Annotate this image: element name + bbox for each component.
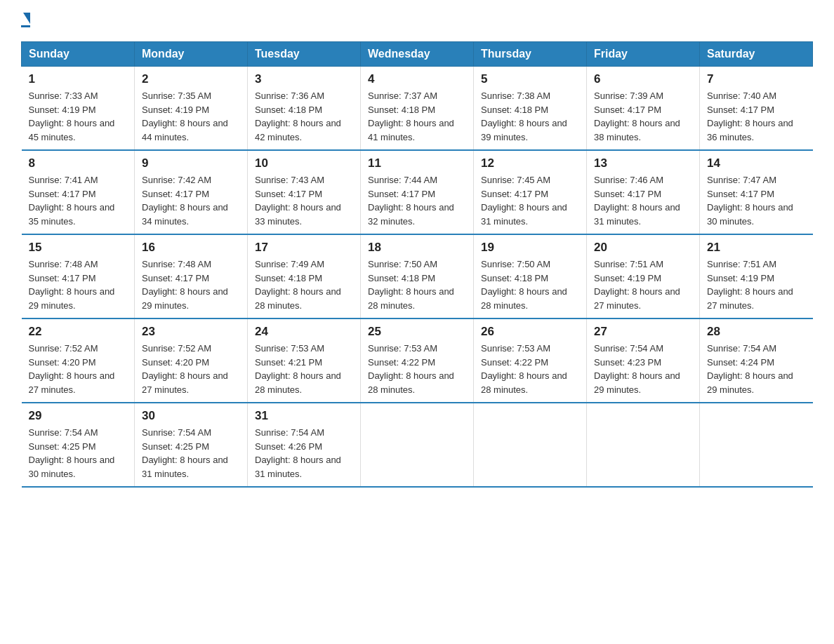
day-number: 13 (594, 156, 692, 170)
calendar-header-tuesday: Tuesday (248, 42, 361, 67)
day-number: 28 (707, 325, 806, 339)
calendar-table: SundayMondayTuesdayWednesdayThursdayFrid… (21, 41, 813, 488)
calendar-week-row: 1Sunrise: 7:33 AMSunset: 4:19 PMDaylight… (22, 67, 813, 151)
logo (21, 14, 30, 27)
calendar-cell: 30Sunrise: 7:54 AMSunset: 4:25 PMDayligh… (135, 403, 248, 487)
day-info: Sunrise: 7:49 AMSunset: 4:18 PMDaylight:… (255, 257, 353, 312)
day-number: 15 (29, 241, 128, 255)
calendar-cell: 17Sunrise: 7:49 AMSunset: 4:18 PMDayligh… (248, 234, 361, 318)
calendar-cell: 5Sunrise: 7:38 AMSunset: 4:18 PMDaylight… (474, 67, 587, 151)
calendar-cell (700, 403, 813, 487)
day-info: Sunrise: 7:42 AMSunset: 4:17 PMDaylight:… (142, 173, 240, 228)
calendar-cell: 31Sunrise: 7:54 AMSunset: 4:26 PMDayligh… (248, 403, 361, 487)
day-info: Sunrise: 7:43 AMSunset: 4:17 PMDaylight:… (255, 173, 353, 228)
logo-triangle-icon (23, 13, 30, 24)
calendar-cell: 16Sunrise: 7:48 AMSunset: 4:17 PMDayligh… (135, 234, 248, 318)
calendar-cell: 8Sunrise: 7:41 AMSunset: 4:17 PMDaylight… (22, 150, 135, 234)
day-number: 6 (594, 72, 692, 86)
calendar-cell: 12Sunrise: 7:45 AMSunset: 4:17 PMDayligh… (474, 150, 587, 234)
calendar-cell: 28Sunrise: 7:54 AMSunset: 4:24 PMDayligh… (700, 318, 813, 403)
calendar-header-saturday: Saturday (700, 42, 813, 67)
calendar-cell: 14Sunrise: 7:47 AMSunset: 4:17 PMDayligh… (700, 150, 813, 234)
calendar-cell: 25Sunrise: 7:53 AMSunset: 4:22 PMDayligh… (361, 318, 474, 403)
day-number: 9 (142, 156, 240, 170)
day-number: 12 (481, 156, 579, 170)
day-number: 25 (368, 325, 466, 339)
day-info: Sunrise: 7:50 AMSunset: 4:18 PMDaylight:… (368, 257, 466, 312)
day-info: Sunrise: 7:35 AMSunset: 4:19 PMDaylight:… (142, 89, 240, 144)
day-number: 8 (29, 156, 128, 170)
day-number: 16 (142, 241, 240, 255)
calendar-cell: 4Sunrise: 7:37 AMSunset: 4:18 PMDaylight… (361, 67, 474, 151)
day-info: Sunrise: 7:45 AMSunset: 4:17 PMDaylight:… (481, 173, 579, 228)
day-info: Sunrise: 7:51 AMSunset: 4:19 PMDaylight:… (594, 257, 692, 312)
calendar-cell: 19Sunrise: 7:50 AMSunset: 4:18 PMDayligh… (474, 234, 587, 318)
day-number: 3 (255, 72, 353, 86)
calendar-cell (474, 403, 587, 487)
day-number: 27 (594, 325, 692, 339)
day-info: Sunrise: 7:53 AMSunset: 4:21 PMDaylight:… (255, 342, 353, 396)
day-info: Sunrise: 7:37 AMSunset: 4:18 PMDaylight:… (368, 89, 466, 144)
day-number: 29 (29, 409, 128, 423)
day-info: Sunrise: 7:47 AMSunset: 4:17 PMDaylight:… (707, 173, 806, 228)
day-number: 10 (255, 156, 353, 170)
calendar-cell: 1Sunrise: 7:33 AMSunset: 4:19 PMDaylight… (22, 67, 135, 151)
day-number: 7 (707, 72, 806, 86)
calendar-cell: 24Sunrise: 7:53 AMSunset: 4:21 PMDayligh… (248, 318, 361, 403)
calendar-cell: 29Sunrise: 7:54 AMSunset: 4:25 PMDayligh… (22, 403, 135, 487)
calendar-cell: 9Sunrise: 7:42 AMSunset: 4:17 PMDaylight… (135, 150, 248, 234)
day-info: Sunrise: 7:54 AMSunset: 4:23 PMDaylight:… (594, 342, 692, 396)
day-number: 24 (255, 325, 353, 339)
calendar-cell: 22Sunrise: 7:52 AMSunset: 4:20 PMDayligh… (22, 318, 135, 403)
day-info: Sunrise: 7:50 AMSunset: 4:18 PMDaylight:… (481, 257, 579, 312)
day-info: Sunrise: 7:41 AMSunset: 4:17 PMDaylight:… (29, 173, 128, 228)
day-info: Sunrise: 7:52 AMSunset: 4:20 PMDaylight:… (29, 342, 128, 396)
calendar-cell: 26Sunrise: 7:53 AMSunset: 4:22 PMDayligh… (474, 318, 587, 403)
logo-underline (21, 25, 30, 27)
day-number: 11 (368, 156, 466, 170)
day-info: Sunrise: 7:54 AMSunset: 4:25 PMDaylight:… (142, 426, 240, 481)
calendar-cell: 21Sunrise: 7:51 AMSunset: 4:19 PMDayligh… (700, 234, 813, 318)
calendar-cell: 13Sunrise: 7:46 AMSunset: 4:17 PMDayligh… (587, 150, 700, 234)
day-info: Sunrise: 7:48 AMSunset: 4:17 PMDaylight:… (142, 257, 240, 312)
calendar-cell: 27Sunrise: 7:54 AMSunset: 4:23 PMDayligh… (587, 318, 700, 403)
calendar-cell: 18Sunrise: 7:50 AMSunset: 4:18 PMDayligh… (361, 234, 474, 318)
day-number: 20 (594, 241, 692, 255)
calendar-cell: 10Sunrise: 7:43 AMSunset: 4:17 PMDayligh… (248, 150, 361, 234)
calendar-week-row: 15Sunrise: 7:48 AMSunset: 4:17 PMDayligh… (22, 234, 813, 318)
calendar-header-sunday: Sunday (22, 42, 135, 67)
page-header (21, 14, 813, 27)
day-number: 1 (29, 72, 128, 86)
calendar-cell (361, 403, 474, 487)
day-info: Sunrise: 7:53 AMSunset: 4:22 PMDaylight:… (368, 342, 466, 396)
day-number: 31 (255, 409, 353, 423)
calendar-week-row: 22Sunrise: 7:52 AMSunset: 4:20 PMDayligh… (22, 318, 813, 403)
calendar-cell: 11Sunrise: 7:44 AMSunset: 4:17 PMDayligh… (361, 150, 474, 234)
calendar-header-friday: Friday (587, 42, 700, 67)
day-info: Sunrise: 7:39 AMSunset: 4:17 PMDaylight:… (594, 89, 692, 144)
day-number: 14 (707, 156, 806, 170)
day-info: Sunrise: 7:40 AMSunset: 4:17 PMDaylight:… (707, 89, 806, 144)
day-info: Sunrise: 7:54 AMSunset: 4:26 PMDaylight:… (255, 426, 353, 481)
day-info: Sunrise: 7:52 AMSunset: 4:20 PMDaylight:… (142, 342, 240, 396)
day-number: 5 (481, 72, 579, 86)
day-info: Sunrise: 7:44 AMSunset: 4:17 PMDaylight:… (368, 173, 466, 228)
calendar-cell: 15Sunrise: 7:48 AMSunset: 4:17 PMDayligh… (22, 234, 135, 318)
day-number: 22 (29, 325, 128, 339)
calendar-cell: 7Sunrise: 7:40 AMSunset: 4:17 PMDaylight… (700, 67, 813, 151)
day-info: Sunrise: 7:38 AMSunset: 4:18 PMDaylight:… (481, 89, 579, 144)
calendar-header-monday: Monday (135, 42, 248, 67)
calendar-cell: 3Sunrise: 7:36 AMSunset: 4:18 PMDaylight… (248, 67, 361, 151)
day-info: Sunrise: 7:54 AMSunset: 4:24 PMDaylight:… (707, 342, 806, 396)
calendar-week-row: 8Sunrise: 7:41 AMSunset: 4:17 PMDaylight… (22, 150, 813, 234)
day-info: Sunrise: 7:54 AMSunset: 4:25 PMDaylight:… (29, 426, 128, 481)
day-number: 30 (142, 409, 240, 423)
day-info: Sunrise: 7:53 AMSunset: 4:22 PMDaylight:… (481, 342, 579, 396)
calendar-header-thursday: Thursday (474, 42, 587, 67)
day-number: 4 (368, 72, 466, 86)
day-number: 18 (368, 241, 466, 255)
day-number: 19 (481, 241, 579, 255)
day-info: Sunrise: 7:46 AMSunset: 4:17 PMDaylight:… (594, 173, 692, 228)
day-info: Sunrise: 7:33 AMSunset: 4:19 PMDaylight:… (29, 89, 128, 144)
day-number: 2 (142, 72, 240, 86)
